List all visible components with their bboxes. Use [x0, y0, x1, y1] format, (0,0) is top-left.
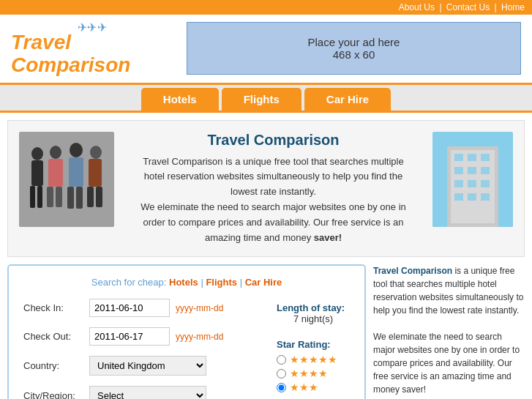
checkout-input-group: yyyy-mm-dd: [89, 327, 223, 346]
svg-rect-6: [48, 159, 63, 187]
svg-rect-29: [454, 193, 463, 201]
svg-rect-14: [89, 159, 102, 187]
search-hotels-link[interactable]: Hotels: [169, 277, 198, 288]
search-panel-wrap: Search for cheap: Hotels | Flights | Car…: [7, 264, 525, 399]
tab-car-hire[interactable]: Car Hire: [304, 88, 391, 111]
country-row: Country: United Kingdom United States Fr…: [23, 356, 247, 376]
logo-area: ✈ ✈ ✈ Travel Comparison: [11, 20, 172, 77]
search-title: Search for cheap: Hotels | Flights | Car…: [23, 277, 350, 288]
svg-rect-10: [69, 157, 83, 187]
star-3-row: ★★★: [277, 381, 350, 393]
star-rating-section: Star Rating: ★★★★★ ★★★★ ★★★: [277, 339, 350, 395]
svg-rect-27: [468, 180, 476, 187]
star-5-radio[interactable]: [277, 355, 286, 365]
star-3-icons: ★★★: [290, 381, 318, 393]
star-3-radio[interactable]: [277, 383, 286, 392]
sidebar: Travel Comparison is a unique free tool …: [373, 264, 525, 399]
header: ✈ ✈ ✈ Travel Comparison Place your ad he…: [0, 15, 532, 85]
svg-point-1: [31, 147, 43, 160]
length-number: 7: [293, 313, 299, 324]
contact-us-link[interactable]: Contact Us: [446, 2, 490, 12]
hero-building-image: [432, 132, 513, 227]
ad-banner: Place your ad here 468 x 60: [187, 22, 521, 75]
star-4-icons: ★★★★: [290, 368, 328, 379]
checkin-label: Check In:: [23, 302, 89, 313]
length-label: Length of stay:: [277, 302, 350, 313]
checkin-row: Check In: yyyy-mm-dd: [23, 299, 247, 317]
about-us-link[interactable]: About Us: [399, 2, 435, 12]
checkout-row: Check Out: yyyy-mm-dd: [23, 327, 247, 346]
search-carhire-link[interactable]: Car Hire: [245, 277, 282, 288]
checkin-input[interactable]: [89, 299, 170, 317]
hero-body: Travel Comparison is a unique free tool …: [132, 154, 414, 246]
svg-rect-30: [468, 193, 476, 201]
svg-rect-4: [37, 186, 42, 208]
nav-tabs: Hotels Flights Car Hire: [0, 85, 532, 113]
city-row: City/Region: Select: [23, 386, 247, 399]
length-value: 7 night(s): [277, 313, 350, 324]
svg-rect-28: [481, 180, 490, 187]
city-label: City/Region:: [23, 390, 89, 399]
hero-section: Travel Comparison Travel Comparison is a…: [7, 120, 525, 258]
svg-rect-23: [454, 167, 463, 174]
separator1: |: [439, 2, 443, 12]
star-label: Star Rating:: [277, 339, 350, 350]
star-4-radio[interactable]: [277, 369, 286, 379]
hero-text: Travel Comparison Travel Comparison is a…: [125, 132, 422, 246]
svg-point-5: [50, 146, 61, 159]
svg-rect-15: [87, 187, 94, 207]
svg-rect-12: [76, 187, 83, 209]
svg-point-9: [70, 143, 83, 157]
star-4-row: ★★★★: [277, 368, 350, 379]
checkout-label: Check Out:: [23, 331, 89, 342]
separator2: |: [495, 2, 499, 12]
star-5-icons: ★★★★★: [290, 354, 337, 365]
length-of-stay: Length of stay: 7 night(s): [277, 302, 350, 324]
svg-rect-22: [481, 154, 490, 161]
svg-rect-31: [481, 193, 490, 201]
star-5-row: ★★★★★: [277, 354, 350, 365]
checkin-placeholder: yyyy-mm-dd: [176, 303, 223, 313]
country-select[interactable]: United Kingdom United States France Germ…: [89, 356, 206, 376]
search-flights-link[interactable]: Flights: [206, 277, 237, 288]
svg-rect-8: [56, 187, 62, 207]
checkin-input-group: yyyy-mm-dd: [89, 299, 223, 317]
top-bar: About Us | Contact Us | Home: [0, 0, 532, 15]
svg-rect-2: [31, 160, 43, 186]
ad-line2: 468 x 60: [195, 48, 513, 61]
svg-rect-11: [67, 187, 74, 209]
home-link[interactable]: Home: [501, 2, 525, 12]
country-label: Country:: [23, 360, 89, 371]
sep2: |: [240, 277, 245, 288]
svg-rect-25: [481, 167, 490, 174]
hero-people-image: [19, 132, 114, 227]
svg-rect-24: [468, 167, 476, 174]
svg-rect-21: [468, 154, 476, 161]
search-panel: Search for cheap: Hotels | Flights | Car…: [7, 264, 366, 399]
hero-title: Travel Comparison: [132, 132, 414, 149]
svg-rect-16: [96, 187, 102, 207]
tab-flights[interactable]: Flights: [222, 88, 301, 111]
search-title-text: Search for cheap:: [91, 277, 167, 288]
sidebar-text: Travel Comparison is a unique free tool …: [373, 264, 525, 396]
svg-rect-26: [454, 180, 463, 187]
checkout-placeholder: yyyy-mm-dd: [176, 332, 223, 342]
checkout-input[interactable]: [89, 327, 170, 346]
city-select[interactable]: Select: [89, 386, 206, 399]
tab-hotels[interactable]: Hotels: [141, 88, 219, 111]
svg-point-13: [90, 146, 102, 159]
svg-rect-20: [454, 154, 463, 161]
svg-rect-7: [47, 187, 53, 207]
svg-rect-3: [30, 186, 35, 208]
sidebar-brand: Travel Comparison: [373, 266, 452, 276]
ad-line1: Place your ad here: [195, 36, 513, 48]
logo-text: Travel Comparison: [11, 31, 172, 77]
length-unit: night(s): [301, 313, 333, 324]
